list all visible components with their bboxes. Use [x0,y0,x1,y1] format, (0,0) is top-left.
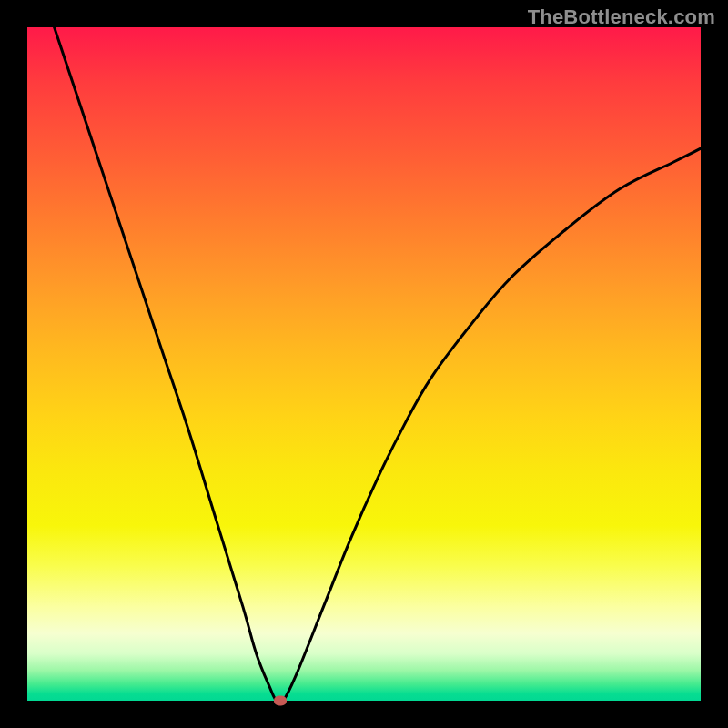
chart-stage: TheBottleneck.com [0,0,728,728]
bottleneck-curve [27,27,701,701]
curve-path [55,27,701,703]
minimum-marker [274,696,287,706]
plot-frame [27,27,701,701]
watermark-text: TheBottleneck.com [528,5,715,29]
